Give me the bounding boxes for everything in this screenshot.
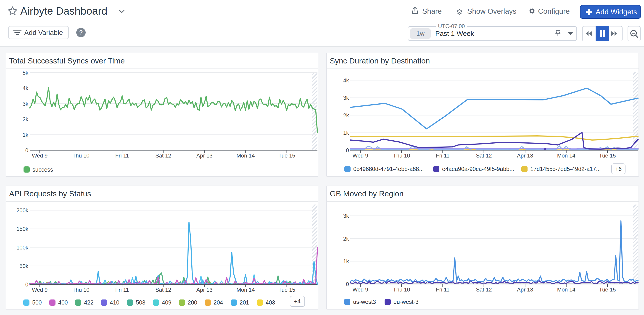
svg-text:2k: 2k: [343, 236, 349, 242]
svg-text:Wed 9: Wed 9: [352, 287, 368, 293]
svg-text:Apr 13: Apr 13: [517, 152, 533, 159]
svg-text:Mon 14: Mon 14: [236, 152, 255, 159]
svg-text:4k: 4k: [22, 85, 28, 91]
svg-text:2k: 2k: [343, 112, 349, 118]
svg-text:Sat 12: Sat 12: [155, 152, 171, 159]
svg-text:Mon 14: Mon 14: [557, 152, 575, 159]
svg-text:Tue 15: Tue 15: [599, 152, 616, 159]
svg-text:200k: 200k: [16, 207, 28, 213]
svg-text:2k: 2k: [22, 116, 28, 122]
svg-text:Sat 12: Sat 12: [155, 287, 171, 293]
svg-text:Thu 10: Thu 10: [72, 287, 90, 293]
svg-text:Fri 11: Fri 11: [436, 287, 450, 293]
svg-text:4k: 4k: [343, 77, 349, 83]
svg-text:100k: 100k: [16, 245, 28, 251]
svg-text:Wed 9: Wed 9: [32, 287, 48, 293]
svg-text:Fri 11: Fri 11: [436, 152, 450, 159]
svg-text:Thu 10: Thu 10: [72, 152, 90, 159]
svg-text:Fri 11: Fri 11: [115, 152, 129, 159]
svg-text:1k: 1k: [22, 132, 28, 138]
svg-text:150k: 150k: [16, 226, 28, 232]
svg-text:0: 0: [25, 147, 28, 153]
svg-text:3k: 3k: [343, 95, 349, 101]
svg-text:Thu 10: Thu 10: [393, 152, 410, 159]
svg-text:50k: 50k: [20, 263, 28, 269]
svg-text:Mon 14: Mon 14: [236, 287, 255, 293]
svg-text:Tue 15: Tue 15: [278, 152, 295, 159]
svg-text:Mon 14: Mon 14: [557, 287, 575, 293]
svg-text:Tue 15: Tue 15: [278, 287, 295, 293]
svg-text:Tue 15: Tue 15: [599, 287, 616, 293]
svg-text:1k: 1k: [343, 258, 349, 264]
svg-text:Apr 13: Apr 13: [196, 152, 212, 159]
svg-text:Thu 10: Thu 10: [393, 287, 410, 293]
svg-text:Fri 11: Fri 11: [115, 287, 129, 293]
svg-text:Wed 9: Wed 9: [32, 152, 48, 159]
svg-text:0: 0: [25, 282, 28, 288]
svg-text:0: 0: [346, 281, 349, 287]
svg-text:3k: 3k: [22, 101, 28, 107]
svg-text:0: 0: [346, 147, 349, 153]
svg-text:Sat 12: Sat 12: [476, 152, 492, 159]
svg-text:Apr 13: Apr 13: [196, 287, 212, 293]
svg-text:1k: 1k: [343, 130, 349, 136]
svg-text:3k: 3k: [343, 213, 349, 219]
svg-text:Sat 12: Sat 12: [476, 287, 492, 293]
svg-text:Wed 9: Wed 9: [352, 152, 368, 159]
svg-text:5k: 5k: [22, 70, 28, 76]
svg-text:Apr 13: Apr 13: [517, 287, 533, 293]
